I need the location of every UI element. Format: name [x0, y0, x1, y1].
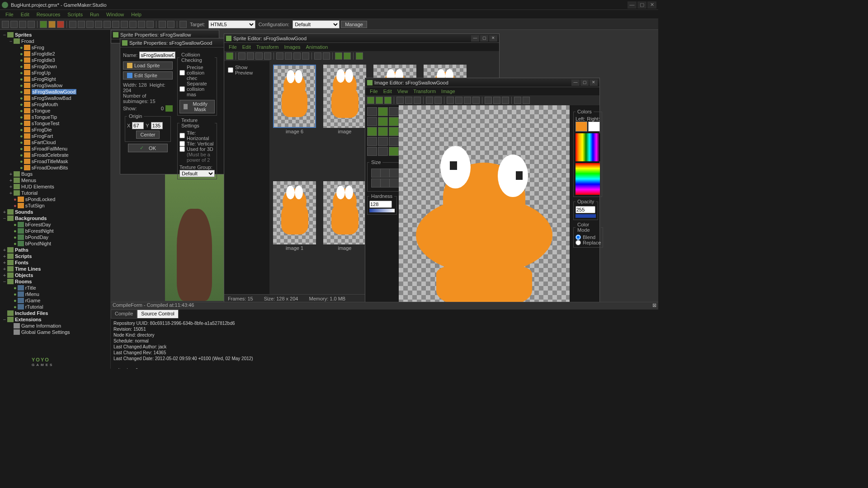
- tool-rect[interactable]: [389, 117, 399, 126]
- show-preview-checkbox[interactable]: [228, 67, 233, 73]
- tb-5[interactable]: [104, 21, 111, 28]
- tb-new[interactable]: [2, 21, 9, 28]
- size-6[interactable]: [389, 178, 399, 188]
- tool-fill[interactable]: [389, 137, 399, 146]
- ie-tb-9[interactable]: [472, 97, 480, 104]
- tree-sprite-item[interactable]: ●sFrogFart: [2, 133, 108, 139]
- sprite-frame[interactable]: image: [323, 65, 366, 174]
- tilev-checkbox[interactable]: [179, 141, 185, 146]
- size-4[interactable]: [371, 178, 381, 188]
- se-tb-8[interactable]: [302, 52, 309, 60]
- tool-fillrect[interactable]: [367, 127, 377, 136]
- tree-sprite-item[interactable]: ●sTongue: [2, 108, 108, 114]
- win-close[interactable]: ✕: [590, 80, 598, 86]
- se-tb-1[interactable]: [238, 52, 245, 60]
- size-3[interactable]: [389, 169, 399, 178]
- tree-sprites[interactable]: Sprites: [15, 32, 32, 38]
- tree-bg-item[interactable]: ●bForestDay: [2, 221, 108, 228]
- tool-eraser[interactable]: [389, 107, 399, 116]
- opacity-slider[interactable]: [576, 214, 596, 218]
- tree-folder-item[interactable]: +Menus: [2, 177, 108, 183]
- size-1[interactable]: [371, 169, 381, 178]
- tree-category[interactable]: Included Files: [2, 310, 108, 316]
- tree-backgrounds[interactable]: Backgrounds: [15, 216, 47, 221]
- ie-menu-transform[interactable]: Transform: [410, 89, 439, 94]
- tree-bg-item[interactable]: ●bPondNight: [2, 240, 108, 247]
- texgroup-select[interactable]: Default: [179, 170, 215, 177]
- tree-froad[interactable]: Froad: [21, 38, 34, 44]
- tb-1[interactable]: [69, 21, 76, 28]
- tree-room-item[interactable]: ●rMenu: [2, 291, 108, 297]
- config-select[interactable]: Default: [292, 20, 340, 28]
- tree-sprite-item[interactable]: ●sFartCloud: [2, 139, 108, 145]
- se-tb-10[interactable]: [323, 52, 330, 60]
- hardness-slider[interactable]: [369, 209, 395, 212]
- se-menu-transform[interactable]: Transform: [254, 44, 282, 50]
- tree-ext-item[interactable]: Global Game Settings: [2, 329, 108, 335]
- tree-sprite-item[interactable]: ●sFroadFallMenu: [2, 145, 108, 152]
- origin-y-input[interactable]: [151, 122, 163, 129]
- tree-sprite-item[interactable]: ●sFrogMouth: [2, 101, 108, 108]
- tb-open[interactable]: [10, 21, 18, 28]
- tree-sprite-item[interactable]: ●sFroadDownBits: [2, 164, 108, 171]
- tree-category[interactable]: +Paths: [2, 247, 108, 253]
- se-tb-9[interactable]: [314, 52, 321, 60]
- sprite-frame[interactable]: image: [323, 181, 366, 291]
- ok-button[interactable]: ✓ OK: [128, 144, 168, 152]
- tb-8[interactable]: [129, 21, 137, 28]
- win-close[interactable]: ✕: [489, 35, 497, 42]
- load-sprite-button[interactable]: Load Sprite: [123, 61, 173, 70]
- ie-tb-12[interactable]: [502, 97, 509, 104]
- tree-sprite-item[interactable]: ●sFrogSwallow: [2, 82, 108, 89]
- tool-picker[interactable]: [378, 147, 388, 156]
- tool-wand[interactable]: [378, 137, 388, 146]
- origin-x-input[interactable]: [132, 122, 144, 129]
- tree-sprite-item[interactable]: ●sTongueTest: [2, 120, 108, 127]
- tool-line[interactable]: [367, 117, 377, 126]
- tb-13[interactable]: [179, 21, 187, 28]
- ie-tb-7[interactable]: [455, 97, 462, 104]
- se-menu-animation[interactable]: Animation: [303, 44, 331, 50]
- tree-sprite-item[interactable]: ●sFrogSwallowBad: [2, 95, 108, 101]
- tree-room-item[interactable]: ●rGame: [2, 297, 108, 304]
- close-button[interactable]: ✕: [647, 1, 656, 9]
- tree-sprite-item[interactable]: ●sTutSign: [2, 202, 108, 209]
- se-tb-7[interactable]: [293, 52, 301, 60]
- tree-sprite-item[interactable]: ●sFrogIdle2: [2, 51, 108, 57]
- tree-sprite-item[interactable]: ●sFroadTitleMask: [2, 158, 108, 164]
- tb-10[interactable]: [146, 21, 154, 28]
- menu-resources[interactable]: Resources: [33, 12, 64, 17]
- tree-room-item[interactable]: ●rTutorial: [2, 304, 108, 310]
- modify-mask-button[interactable]: Modify Mask: [179, 100, 215, 113]
- tree-folder-item[interactable]: +Bugs: [2, 171, 108, 177]
- tree-room-item[interactable]: ●rTitle: [2, 285, 108, 291]
- sprite-frame[interactable]: image 6: [273, 65, 316, 174]
- tree-category[interactable]: +Time Lines: [2, 266, 108, 272]
- tb-debug[interactable]: [48, 21, 56, 28]
- separate-checkbox[interactable]: [179, 86, 185, 92]
- show-next-button[interactable]: [165, 105, 173, 112]
- win-min[interactable]: —: [471, 35, 479, 42]
- tb-export[interactable]: [28, 21, 35, 28]
- ie-tb-13[interactable]: [514, 97, 521, 104]
- ie-tb-ok[interactable]: [367, 97, 374, 104]
- sprite-properties-window-2[interactable]: Sprite Properties: sFrogSwallowGood Name…: [120, 38, 227, 174]
- tree-category[interactable]: −Rooms: [2, 278, 108, 285]
- tree-sprite-item[interactable]: ●sPondLocked: [2, 196, 108, 202]
- tree-sprite-item[interactable]: ●sFrogIdle3: [2, 57, 108, 63]
- menu-edit[interactable]: Edit: [17, 12, 33, 17]
- tree-sounds[interactable]: Sounds: [15, 209, 33, 215]
- tb-12[interactable]: [167, 21, 175, 28]
- ie-menu-image[interactable]: Image: [439, 89, 458, 94]
- maximize-button[interactable]: ▢: [637, 1, 646, 9]
- sprite-frame[interactable]: image 1: [273, 181, 316, 291]
- se-tb-2[interactable]: [247, 52, 254, 60]
- ie-tb-5[interactable]: [434, 97, 442, 104]
- tb-9[interactable]: [138, 21, 145, 28]
- compile-close[interactable]: ⊠: [652, 302, 656, 310]
- tool-select[interactable]: [367, 137, 377, 146]
- target-select[interactable]: HTML5: [208, 20, 255, 28]
- tb-6[interactable]: [112, 21, 119, 28]
- compile-tab-source[interactable]: Source Control: [137, 310, 178, 319]
- win-max[interactable]: ▢: [580, 80, 589, 86]
